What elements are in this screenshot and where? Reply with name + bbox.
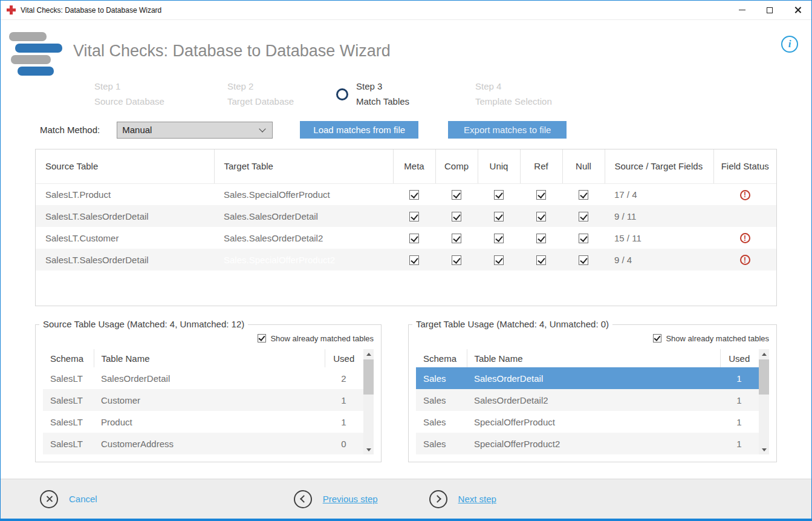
schema-cell[interactable]: Sales (416, 411, 467, 433)
step-label: Step 3 (356, 82, 409, 92)
schema-cell[interactable]: Sales (416, 433, 467, 454)
usage-table-row[interactable]: SalesSpecialOfferProduct21 (416, 433, 759, 454)
match-table-row[interactable]: SalesLT.SalesOrderDetailSales.SalesOrder… (36, 205, 776, 227)
scroll-thumb[interactable] (759, 359, 769, 395)
previous-step-button[interactable]: Previous step (294, 490, 378, 508)
null-checkbox[interactable] (579, 255, 588, 265)
target-table-cell[interactable]: Sales.SpecialOfferProduct2 (214, 249, 393, 270)
col-header-null[interactable]: Null (562, 149, 605, 183)
col-header-field-status[interactable]: Field Status (713, 149, 776, 183)
scroll-down-icon[interactable] (363, 445, 374, 454)
scroll-up-icon[interactable] (363, 349, 374, 359)
load-matches-button[interactable]: Load matches from file (300, 121, 418, 139)
ref-checkbox[interactable] (536, 234, 546, 243)
usage-table-row[interactable]: SalesSalesOrderDetail1 (416, 367, 759, 389)
table-name-cell[interactable]: Customer (94, 389, 325, 411)
col-header-comp[interactable]: Comp (435, 149, 478, 183)
uniq-checkbox[interactable] (494, 212, 504, 221)
null-checkbox[interactable] (579, 234, 588, 243)
table-name-cell[interactable]: SpecialOfferProduct2 (467, 433, 720, 454)
source-usage-scrollbar[interactable] (363, 349, 374, 454)
schema-cell[interactable]: SalesLT (43, 367, 94, 389)
ref-checkbox[interactable] (536, 212, 546, 221)
step-2: Step 2 Target Database (227, 82, 336, 106)
target-table-cell[interactable]: Sales.SpecialOfferProduct (214, 183, 393, 205)
col-header-target-table[interactable]: Target Table (214, 149, 393, 183)
table-name-cell[interactable]: Product (94, 411, 325, 433)
error-icon: ! (740, 255, 750, 265)
target-usage-scrollbar[interactable] (759, 349, 769, 454)
col-header-schema[interactable]: Schema (43, 349, 94, 367)
source-table-cell[interactable]: SalesLT.Customer (36, 227, 214, 249)
meta-checkbox[interactable] (409, 190, 419, 200)
info-icon[interactable]: i (781, 36, 798, 53)
match-method-select[interactable]: Manual (117, 122, 273, 139)
usage-table-row[interactable]: SalesSpecialOfferProduct1 (416, 411, 759, 433)
col-header-used[interactable]: Used (325, 349, 363, 367)
ref-checkbox[interactable] (536, 255, 546, 265)
previous-step-label: Previous step (323, 494, 378, 504)
export-matches-button[interactable]: Export matches to file (448, 121, 567, 139)
meta-checkbox[interactable] (409, 234, 419, 243)
used-cell: 1 (720, 367, 759, 389)
usage-table-row[interactable]: SalesLTCustomerAddress0 (43, 433, 363, 454)
usage-table-row[interactable]: SalesLTCustomer1 (43, 389, 363, 411)
null-checkbox[interactable] (579, 190, 588, 200)
target-table-cell[interactable]: Sales.SalesOrderDetail (214, 205, 393, 227)
scroll-down-icon[interactable] (759, 445, 769, 454)
schema-cell[interactable]: Sales (416, 367, 467, 389)
usage-table-row[interactable]: SalesSalesOrderDetail21 (416, 389, 759, 411)
comp-checkbox[interactable] (452, 212, 461, 221)
match-table-row[interactable]: SalesLT.ProductSales.SpecialOfferProduct… (36, 183, 776, 205)
minimize-button[interactable] (728, 1, 756, 19)
meta-checkbox[interactable] (409, 255, 419, 265)
used-cell: 0 (325, 433, 363, 454)
col-header-meta[interactable]: Meta (393, 149, 435, 183)
close-button[interactable] (784, 1, 811, 19)
schema-cell[interactable]: SalesLT (43, 411, 94, 433)
next-step-button[interactable]: Next step (429, 490, 496, 508)
source-table-cell[interactable]: SalesLT.SalesOrderDetail (36, 249, 214, 270)
target-table-cell[interactable]: Sales.SalesOrderDetail2 (214, 227, 393, 249)
comp-checkbox[interactable] (452, 234, 461, 243)
chevron-down-icon (259, 125, 266, 132)
cancel-button[interactable]: Cancel (40, 490, 97, 508)
col-header-source-table[interactable]: Source Table (36, 149, 214, 183)
scroll-thumb[interactable] (363, 359, 374, 395)
col-header-fields[interactable]: Source / Target Fields (605, 149, 713, 183)
show-matched-checkbox[interactable] (258, 334, 266, 342)
schema-cell[interactable]: SalesLT (43, 389, 94, 411)
app-window: Vital Checks: Database to Database Wizar… (0, 0, 812, 521)
comp-checkbox[interactable] (452, 190, 461, 200)
cancel-circle-icon (40, 490, 58, 508)
source-table-cell[interactable]: SalesLT.SalesOrderDetail (36, 205, 214, 227)
source-table-cell[interactable]: SalesLT.Product (36, 183, 214, 205)
match-table-row[interactable]: SalesLT.CustomerSales.SalesOrderDetail21… (36, 227, 776, 249)
comp-checkbox[interactable] (452, 255, 461, 265)
col-header-used[interactable]: Used (720, 349, 759, 367)
table-name-cell[interactable]: SalesOrderDetail (94, 367, 325, 389)
col-header-uniq[interactable]: Uniq (478, 149, 520, 183)
maximize-button[interactable] (756, 1, 784, 19)
scroll-up-icon[interactable] (759, 349, 769, 359)
col-header-ref[interactable]: Ref (520, 149, 562, 183)
uniq-checkbox[interactable] (494, 234, 504, 243)
col-header-table-name[interactable]: Table Name (467, 349, 720, 367)
show-matched-checkbox[interactable] (653, 334, 661, 342)
table-name-cell[interactable]: SpecialOfferProduct (467, 411, 720, 433)
meta-checkbox[interactable] (409, 212, 419, 221)
ref-checkbox[interactable] (536, 190, 546, 200)
uniq-checkbox[interactable] (494, 255, 504, 265)
uniq-checkbox[interactable] (494, 190, 504, 200)
schema-cell[interactable]: Sales (416, 389, 467, 411)
usage-table-row[interactable]: SalesLTProduct1 (43, 411, 363, 433)
col-header-table-name[interactable]: Table Name (94, 349, 325, 367)
usage-table-row[interactable]: SalesLTSalesOrderDetail2 (43, 367, 363, 389)
schema-cell[interactable]: SalesLT (43, 433, 94, 454)
table-name-cell[interactable]: SalesOrderDetail2 (467, 389, 720, 411)
table-name-cell[interactable]: SalesOrderDetail (467, 367, 720, 389)
match-table-row[interactable]: SalesLT.SalesOrderDetailSales.SpecialOff… (36, 249, 776, 270)
col-header-schema[interactable]: Schema (416, 349, 467, 367)
null-checkbox[interactable] (579, 212, 588, 221)
table-name-cell[interactable]: CustomerAddress (94, 433, 325, 454)
